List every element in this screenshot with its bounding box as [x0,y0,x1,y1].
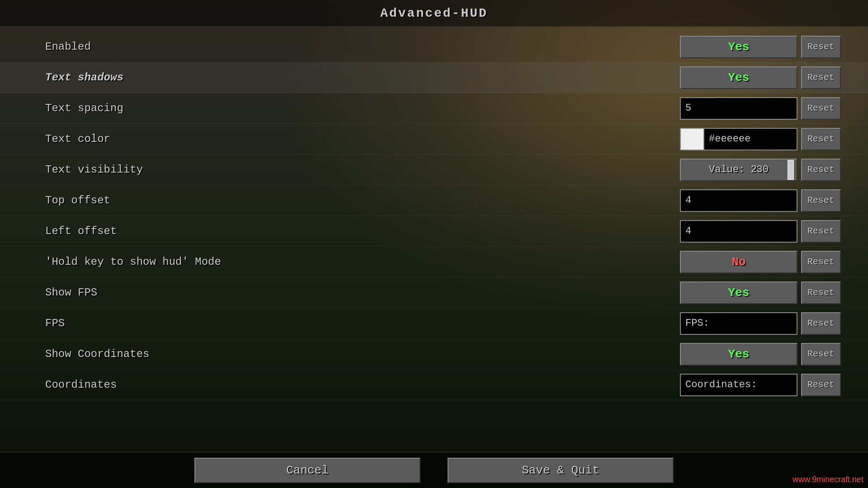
setting-label-text-spacing: Text spacing [45,102,680,114]
toggle-show-fps[interactable]: Yes [680,282,797,304]
setting-controls-text-color: Reset [680,128,841,150]
setting-label-hold-key-mode: 'Hold key to show hud' Mode [45,256,680,268]
reset-button-text-spacing[interactable]: Reset [801,97,841,120]
setting-label-show-fps: Show FPS [45,286,680,299]
save-quit-button[interactable]: Save & Quit [448,458,674,483]
reset-button-fps[interactable]: Reset [801,312,841,335]
setting-row-hold-key-mode: 'Hold key to show hud' ModeNoReset [0,247,868,277]
reset-button-left-offset[interactable]: Reset [801,220,841,243]
bottom-bar: Cancel Save & Quit [0,452,868,488]
setting-row-text-shadows: Text shadowsYesReset [0,62,868,93]
reset-button-show-fps[interactable]: Reset [801,282,841,304]
setting-label-text-visibility: Text visibility [45,164,680,176]
input-fps[interactable] [680,312,797,335]
setting-label-show-coordinates: Show Coordinates [45,348,680,360]
setting-label-top-offset: Top offset [45,194,680,206]
reset-button-show-coordinates[interactable]: Reset [801,343,841,366]
reset-button-coordinates[interactable]: Reset [801,374,841,396]
main-content: EnabledYesResetText shadowsYesResetText … [0,27,868,452]
reset-button-text-shadows[interactable]: Reset [801,66,841,89]
title-bar: Advanced-HUD [0,0,868,27]
setting-controls-text-visibility: Value: 230Reset [680,159,841,181]
setting-label-fps: FPS [45,317,680,329]
setting-controls-text-spacing: Reset [680,97,841,120]
toggle-enabled[interactable]: Yes [680,36,797,58]
setting-row-fps: FPSReset [0,308,868,339]
input-coordinates[interactable] [680,374,797,396]
setting-row-show-fps: Show FPSYesReset [0,277,868,308]
setting-row-text-color: Text colorReset [0,124,868,155]
color-swatch-text-color[interactable] [680,128,703,150]
reset-button-top-offset[interactable]: Reset [801,189,841,212]
toggle-hold-key-mode[interactable]: No [680,251,797,273]
setting-label-text-shadows: Text shadows [45,71,680,84]
setting-controls-enabled: YesReset [680,36,841,58]
setting-row-enabled: EnabledYesReset [0,32,868,62]
setting-label-coordinates: Coordinates [45,379,680,391]
reset-button-enabled[interactable]: Reset [801,36,841,58]
slider-handle-text-visibility[interactable] [788,160,794,180]
slider-text-visibility[interactable]: Value: 230 [680,159,797,181]
setting-row-coordinates: CoordinatesReset [0,370,868,400]
watermark: www.9minecraft.net [793,475,863,484]
setting-row-top-offset: Top offsetReset [0,185,868,216]
setting-controls-show-coordinates: YesReset [680,343,841,366]
input-left-offset[interactable] [680,220,797,243]
input-text-spacing[interactable] [680,97,797,120]
setting-label-text-color: Text color [45,133,680,145]
setting-controls-top-offset: Reset [680,189,841,212]
setting-controls-text-shadows: YesReset [680,66,841,89]
input-top-offset[interactable] [680,189,797,212]
reset-button-text-color[interactable]: Reset [801,128,841,150]
setting-label-enabled: Enabled [45,41,680,53]
settings-panel[interactable]: EnabledYesResetText shadowsYesResetText … [0,27,868,452]
setting-controls-coordinates: Reset [680,374,841,396]
color-row-text-color [680,128,797,150]
setting-controls-show-fps: YesReset [680,282,841,304]
slider-label-text-visibility: Value: 230 [681,164,797,175]
setting-controls-hold-key-mode: NoReset [680,251,841,273]
toggle-show-coordinates[interactable]: Yes [680,343,797,366]
setting-row-text-visibility: Text visibilityValue: 230Reset [0,155,868,185]
setting-label-left-offset: Left offset [45,225,680,237]
setting-controls-left-offset: Reset [680,220,841,243]
reset-button-text-visibility[interactable]: Reset [801,159,841,181]
setting-row-show-coordinates: Show CoordinatesYesReset [0,339,868,370]
setting-controls-fps: Reset [680,312,841,335]
reset-button-hold-key-mode[interactable]: Reset [801,251,841,273]
setting-row-text-spacing: Text spacingReset [0,93,868,124]
color-input-text-color[interactable] [703,128,797,150]
cancel-button[interactable]: Cancel [194,458,420,483]
page-title: Advanced-HUD [380,6,488,20]
setting-row-left-offset: Left offsetReset [0,216,868,247]
toggle-text-shadows[interactable]: Yes [680,66,797,89]
